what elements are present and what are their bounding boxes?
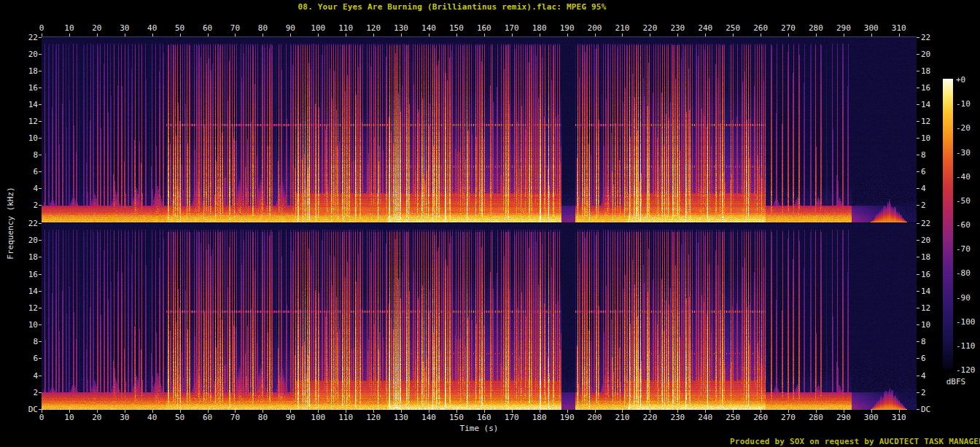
x-tick-label-top: 230 — [666, 24, 688, 32]
x-tick-label-top: 250 — [722, 24, 744, 32]
colorbar-tick-label: -80 — [956, 269, 971, 277]
x-tick-top — [844, 34, 844, 36]
x-tick-label-bottom: 240 — [694, 413, 716, 421]
x-tick-label-bottom: 80 — [252, 413, 273, 421]
colorbar-tick-label: -100 — [956, 318, 976, 326]
colorbar-tick-label: -110 — [956, 342, 976, 350]
x-tick-label-top: 210 — [611, 24, 633, 32]
y-tick-label-left: 22 — [20, 34, 38, 42]
y-tick-right — [917, 324, 919, 325]
colorbar-tick-label: -10 — [956, 100, 971, 108]
x-tick-top — [401, 34, 402, 36]
x-tick-label-top: 10 — [58, 24, 80, 32]
y-tick-right — [917, 291, 919, 292]
x-tick-label-bottom: 100 — [307, 413, 329, 421]
y-tick-label-right: 4 — [921, 184, 940, 193]
y-tick-label-left: 18 — [20, 67, 38, 75]
y-tick-right — [917, 121, 919, 122]
y-tick-left — [39, 88, 42, 88]
x-tick-label-bottom: 260 — [750, 413, 771, 421]
y-tick-label-left: 12 — [20, 304, 38, 312]
spectrogram-panel-channel-1 — [42, 37, 917, 222]
x-tick-top — [705, 34, 706, 36]
x-tick-label-top: 0 — [31, 24, 52, 32]
y-tick-left — [39, 291, 42, 292]
colorbar-tick-label: -120 — [956, 366, 976, 374]
y-tick-label-left: 4 — [20, 372, 38, 380]
sox-spectrogram-figure: 08. Your Eyes Are Burning (Brilliantinus… — [0, 0, 980, 447]
colorbar-tick-label: -30 — [956, 149, 971, 157]
y-tick-left — [39, 308, 42, 308]
y-tick-label-right: 18 — [921, 67, 940, 75]
x-tick-label-bottom: 180 — [529, 413, 551, 421]
y-tick-right — [917, 358, 919, 359]
x-tick-label-top: 160 — [473, 24, 495, 32]
y-tick-left — [39, 104, 42, 105]
y-tick-right — [917, 308, 919, 308]
x-tick-top — [899, 34, 900, 36]
x-tick-label-bottom: 10 — [58, 413, 80, 421]
x-tick-label-top: 20 — [86, 24, 108, 32]
y-tick-left — [39, 188, 42, 189]
x-tick-label-top: 110 — [335, 24, 357, 32]
x-tick-label-top: 220 — [639, 24, 661, 32]
x-tick-top — [567, 34, 568, 36]
x-tick-top — [622, 34, 623, 36]
y-tick-left — [39, 358, 42, 359]
y-tick-right — [917, 71, 919, 71]
x-tick-label-top: 240 — [694, 24, 716, 32]
x-tick-label-top: 150 — [446, 24, 467, 32]
x-tick-label-top: 270 — [777, 24, 799, 32]
y-tick-label-left: 8 — [20, 151, 38, 159]
y-tick-label-left: 12 — [20, 117, 38, 125]
y-tick-left — [39, 223, 42, 224]
y-tick-right — [917, 240, 919, 241]
x-tick-label-top: 30 — [114, 24, 136, 32]
y-tick-label-right: 22 — [921, 219, 940, 228]
y-tick-label-right: 10 — [921, 134, 940, 142]
x-tick-label-bottom: 30 — [114, 413, 136, 421]
y-tick-label-right: 4 — [921, 372, 940, 380]
colorbar-unit-label: dBFS — [946, 377, 966, 386]
x-tick-label-bottom: 190 — [556, 413, 578, 421]
x-tick-label-bottom: 110 — [335, 413, 357, 421]
x-tick-label-bottom: 230 — [666, 413, 688, 421]
y-tick-left — [39, 257, 42, 257]
y-tick-right — [917, 138, 919, 139]
y-tick-label-left: 10 — [20, 321, 38, 329]
x-tick-top — [180, 34, 181, 36]
y-tick-right — [917, 223, 919, 224]
x-tick-label-top: 260 — [750, 24, 771, 32]
x-tick-label-bottom: 20 — [86, 413, 108, 421]
x-tick-top — [871, 34, 872, 36]
y-tick-right — [917, 205, 919, 206]
x-tick-top — [512, 34, 513, 36]
x-tick-top — [208, 34, 209, 36]
y-tick-label-left: 2 — [20, 201, 38, 209]
x-tick-label-top: 50 — [169, 24, 191, 32]
y-tick-left — [39, 138, 42, 139]
y-tick-label-left: 20 — [20, 50, 38, 58]
x-tick-label-top: 60 — [197, 24, 219, 32]
x-tick-label-top: 120 — [362, 24, 384, 32]
y-tick-label-right: 10 — [921, 321, 940, 329]
y-axis-label: Frequency (kHz) — [6, 187, 15, 259]
y-tick-label-right: DC — [921, 405, 940, 413]
x-tick-label-top: 290 — [833, 24, 855, 32]
y-tick-label-left: 10 — [20, 134, 38, 142]
y-tick-label-right: 18 — [921, 253, 940, 261]
y-tick-label-right: 14 — [921, 101, 940, 109]
y-tick-label-right: 8 — [921, 151, 940, 159]
y-tick-right — [917, 341, 919, 342]
y-tick-label-right: 12 — [921, 117, 940, 125]
x-tick-top — [235, 34, 236, 36]
x-tick-top — [125, 34, 125, 36]
y-tick-label-right: 6 — [921, 168, 940, 176]
y-tick-label-right: 8 — [921, 338, 940, 346]
y-tick-label-left: 16 — [20, 84, 38, 92]
x-tick-top — [318, 34, 319, 36]
y-tick-label-right: 6 — [921, 354, 940, 362]
y-tick-left — [39, 171, 42, 172]
x-tick-top — [761, 34, 761, 36]
x-tick-label-top: 170 — [501, 24, 523, 32]
